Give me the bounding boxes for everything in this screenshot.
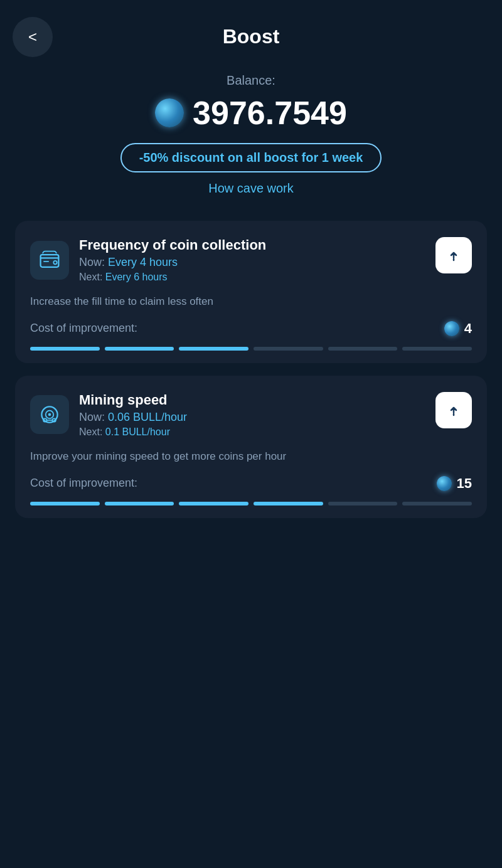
progress-segment-1	[105, 347, 174, 351]
cost-value-mining-speed: 15	[437, 475, 472, 492]
cost-value-coin-collection: 4	[444, 320, 472, 337]
progress-segment-4	[328, 502, 398, 505]
card-icon-info-coin-collection: Frequency of coin collection Now: Every …	[30, 237, 266, 283]
cost-row-coin-collection: Cost of improvement: 4	[30, 320, 472, 337]
card-icon-info-mining-speed: Mining speed Now: 0.06 BULL/hour Next: 0…	[30, 392, 187, 438]
balance-label: Balance:	[227, 73, 275, 88]
card-icon-mining-speed	[30, 395, 69, 434]
balance-value: 3976.7549	[193, 94, 347, 132]
card-header-coin-collection: Frequency of coin collection Now: Every …	[30, 237, 472, 283]
cards-container: Frequency of coin collection Now: Every …	[0, 221, 502, 518]
cost-number-coin-collection: 4	[464, 320, 472, 337]
progress-bar-coin-collection	[30, 347, 472, 351]
upgrade-button-mining-speed[interactable]	[435, 392, 472, 428]
progress-bar-mining-speed	[30, 502, 472, 505]
upgrade-button-coin-collection[interactable]	[435, 237, 472, 273]
card-now-mining-speed: Now: 0.06 BULL/hour	[79, 411, 187, 424]
progress-segment-1	[105, 502, 174, 505]
upgrade-icon-mining-speed	[445, 401, 462, 419]
progress-segment-0	[30, 347, 100, 351]
boost-card-mining-speed: Mining speed Now: 0.06 BULL/hour Next: 0…	[15, 376, 487, 518]
upgrade-icon-coin-collection	[445, 246, 462, 264]
cost-label-coin-collection: Cost of improvement:	[30, 322, 137, 335]
svg-point-1	[53, 260, 56, 263]
progress-segment-2	[179, 502, 248, 505]
cost-number-mining-speed: 15	[457, 475, 472, 492]
card-title-coin-collection: Frequency of coin collection	[79, 237, 266, 253]
card-title-mining-speed: Mining speed	[79, 392, 187, 408]
svg-point-6	[48, 413, 51, 416]
card-description-mining-speed: Improve your mining speed to get more co…	[30, 449, 472, 464]
page-title: Boost	[223, 25, 280, 48]
page-header: < Boost	[0, 0, 502, 61]
balance-amount-row: 3976.7549	[155, 94, 347, 132]
cost-row-mining-speed: Cost of improvement: 15	[30, 475, 472, 492]
card-next-coin-collection: Next: Every 6 hours	[79, 272, 266, 283]
card-next-mining-speed: Next: 0.1 BULL/hour	[79, 426, 187, 438]
discount-badge: -50% discount on all boost for 1 week	[120, 143, 382, 172]
progress-segment-0	[30, 502, 100, 505]
card-info-mining-speed: Mining speed Now: 0.06 BULL/hour Next: 0…	[79, 392, 187, 438]
cost-coin-icon-mining-speed	[437, 476, 452, 491]
progress-segment-3	[254, 347, 323, 351]
cost-coin-icon-coin-collection	[444, 321, 459, 336]
progress-segment-5	[402, 502, 472, 505]
back-button[interactable]: <	[13, 17, 53, 57]
how-cave-link[interactable]: How cave work	[208, 181, 294, 196]
balance-section: Balance: 3976.7549 -50% discount on all …	[0, 61, 502, 221]
progress-segment-3	[254, 502, 323, 505]
back-icon: <	[28, 28, 37, 46]
progress-segment-2	[179, 347, 248, 351]
card-icon-coin-collection	[30, 241, 69, 280]
card-description-coin-collection: Increase the fill time to claim less oft…	[30, 294, 472, 309]
progress-segment-4	[328, 347, 398, 351]
card-info-coin-collection: Frequency of coin collection Now: Every …	[79, 237, 266, 283]
progress-segment-5	[402, 347, 472, 351]
cost-label-mining-speed: Cost of improvement:	[30, 477, 137, 490]
card-header-mining-speed: Mining speed Now: 0.06 BULL/hour Next: 0…	[30, 392, 472, 438]
boost-card-coin-collection: Frequency of coin collection Now: Every …	[15, 221, 487, 363]
coin-icon	[155, 98, 184, 127]
card-now-coin-collection: Now: Every 4 hours	[79, 256, 266, 269]
